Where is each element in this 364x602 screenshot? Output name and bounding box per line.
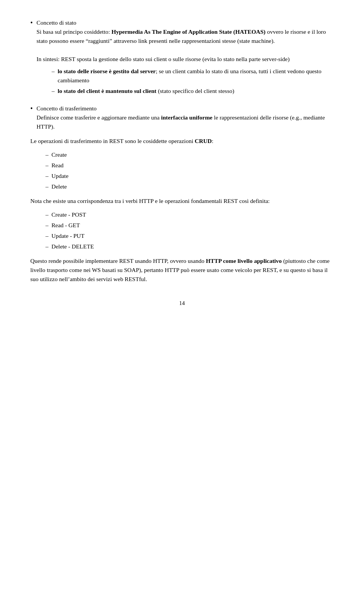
http-delete: – Delete - DELETE (46, 242, 334, 251)
final-paragraph: Questo rende possibile implementare REST… (30, 256, 334, 284)
final-pre: Questo rende possibile implementare REST… (30, 258, 206, 264)
crud-item-delete: – Delete (46, 182, 334, 191)
http-update-label: Update - PUT (52, 231, 334, 240)
http-read-label: Read - GET (52, 221, 334, 230)
dash-item-1: – lo stato delle risorse è gestito dal s… (52, 67, 334, 85)
crud-update-label: Update (52, 171, 334, 181)
crud-delete-label: Delete (52, 182, 334, 191)
crud-item-read: – Read (46, 161, 334, 170)
dash-2: – (52, 86, 55, 96)
bullet-trasferimento-bold: interfaccia uniforme (161, 114, 213, 121)
final-section: Questo rende possibile implementare REST… (30, 256, 334, 284)
bullet-dot-1: • (30, 18, 33, 28)
bullet-stato-content: Concetto di stato Si basa sul principo c… (36, 18, 334, 99)
crud-colon: : (212, 138, 213, 144)
http-create-label: Create - POST (52, 210, 334, 219)
dash-1-content: lo stato delle risorse è gestito dal ser… (58, 67, 334, 85)
dash-item-2: – lo stato del client è mantenuto sul cl… (52, 86, 334, 96)
bullet-stato-label: Concetto di stato (36, 19, 76, 26)
bullet-trasferimento-para: Definisce come trasferire e aggiornare m… (36, 114, 161, 121)
http-create: – Create - POST (46, 210, 334, 219)
http-read: – Read - GET (46, 221, 334, 230)
crud-list: – Create – Read – Update – Delete (46, 150, 334, 191)
final-bold: HTTP come livello applicativo (206, 258, 282, 264)
crud-intro-text: Le operazioni di trasferimento in REST s… (30, 138, 195, 144)
page-number: 14 (30, 299, 334, 308)
dash-2-content: lo stato del client è mantenuto sul clie… (58, 86, 334, 96)
dash-1: – (52, 67, 55, 76)
nota-para: Nota che esiste una corrispondenza tra i… (30, 196, 334, 206)
crud-section: Le operazioni di trasferimento in REST s… (30, 137, 334, 191)
http-mapping-list: – Create - POST – Read - GET – Update - … (46, 210, 334, 251)
bullet-trasferimento-content: Concetto di trasferimento Definisce come… (36, 104, 334, 131)
http-delete-label: Delete - DELETE (52, 242, 334, 251)
http-update: – Update - PUT (46, 231, 334, 240)
bullet-trasferimento-label: Concetto di trasferimento (36, 105, 96, 112)
dash-1-bold: lo stato delle risorse è gestito dal ser… (58, 68, 156, 74)
page-content: • Concetto di stato Si basa sul principo… (0, 0, 364, 602)
crud-read-label: Read (52, 161, 334, 170)
dash-2-post: (stato specifico del client stesso) (157, 88, 234, 94)
bullet-stato-text-pre: Si basa sul principo cosiddetto: (36, 28, 111, 35)
crud-dash-2: – (46, 161, 49, 170)
bullet-stato-para2: In sintesi: REST sposta la gestione dell… (36, 56, 289, 62)
crud-item-create: – Create (46, 150, 334, 159)
dash-2-bold: lo stato del client è mantenuto sul clie… (58, 88, 156, 94)
crud-dash-1: – (46, 150, 49, 159)
bullet-dot-2: • (30, 104, 33, 114)
dash-list-stato: – lo stato delle risorse è gestito dal s… (52, 67, 334, 96)
bullet-stato-text-bold: Hypermedia As The Engine of Application … (111, 28, 265, 35)
crud-create-label: Create (52, 150, 334, 159)
bullet-trasferimento: • Concetto di trasferimento Definisce co… (30, 104, 334, 131)
crud-item-update: – Update (46, 171, 334, 181)
crud-bold-text: CRUD (195, 138, 212, 144)
http-dash-3: – (46, 231, 49, 240)
crud-dash-3: – (46, 171, 49, 181)
http-dash-1: – (46, 210, 49, 219)
http-dash-2: – (46, 221, 49, 230)
http-dash-4: – (46, 242, 49, 251)
crud-intro-para: Le operazioni di trasferimento in REST s… (30, 137, 334, 146)
nota-section: Nota che esiste una corrispondenza tra i… (30, 196, 334, 251)
crud-dash-4: – (46, 182, 49, 191)
bullet-stato: • Concetto di stato Si basa sul principo… (30, 18, 334, 99)
